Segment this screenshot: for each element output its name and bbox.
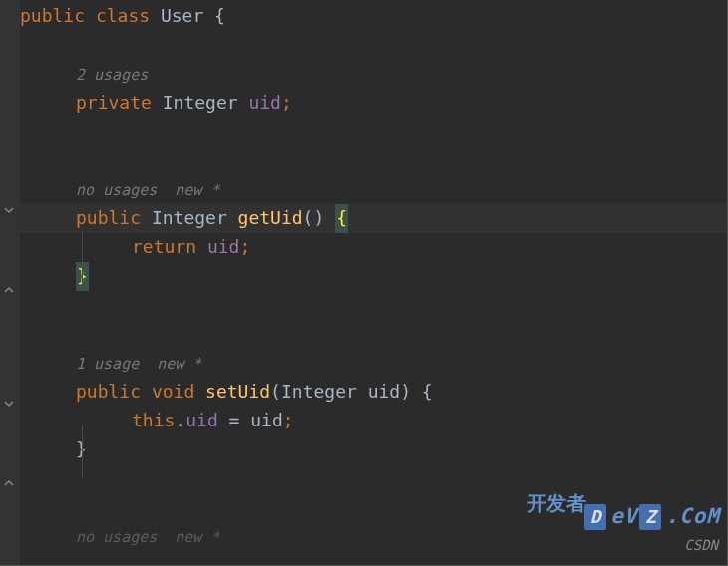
semicolon: ;	[283, 407, 294, 435]
blank-line	[20, 146, 728, 175]
open-brace: {	[422, 378, 433, 407]
keyword-public: public	[76, 204, 141, 233]
collapse-icon[interactable]	[2, 475, 16, 489]
new-indicator-label: new *	[175, 178, 219, 202]
collapse-icon[interactable]	[2, 398, 16, 412]
code-area[interactable]: public class User { 2 usages private Int…	[20, 0, 728, 566]
assignment-line[interactable]: this.uid = uid;	[20, 407, 728, 435]
keyword-public: public	[76, 378, 141, 407]
close-brace-line[interactable]: }	[20, 262, 728, 291]
keyword-class: class	[96, 2, 150, 31]
collapse-icon[interactable]	[2, 282, 16, 296]
rhs: uid	[250, 407, 283, 435]
semicolon: ;	[281, 89, 292, 118]
field-ref: uid	[185, 407, 218, 435]
keyword-this: this	[132, 407, 175, 435]
method-signature-line[interactable]: public Integer getUid() {	[20, 204, 728, 233]
blank-line	[20, 118, 728, 146]
return-statement-line[interactable]: return uid;	[20, 233, 728, 262]
usage-hint[interactable]: 1 usagenew *	[20, 349, 728, 378]
blank-line	[20, 31, 728, 60]
keyword-private: private	[76, 89, 152, 118]
gutter	[0, 0, 20, 566]
blank-line	[20, 320, 728, 349]
usage-hint[interactable]: no usagesnew *	[20, 522, 728, 551]
semicolon: ;	[239, 233, 250, 262]
new-indicator-label: new *	[175, 525, 219, 549]
blank-line	[20, 464, 728, 493]
field-declaration-line[interactable]: private Integer uid;	[20, 89, 728, 118]
usage-count-label: no usages	[76, 178, 157, 202]
paren-close: )	[400, 378, 411, 407]
dot: .	[175, 407, 185, 435]
method-name: setUid	[205, 378, 270, 407]
open-brace: {	[214, 2, 225, 31]
equals: =	[218, 407, 251, 435]
method-signature-line[interactable]: public void setUid(Integer uid) {	[20, 378, 728, 407]
new-indicator-label: new *	[157, 352, 201, 376]
class-declaration-line[interactable]: public class User {	[20, 2, 728, 31]
param-name: uid	[368, 378, 401, 407]
close-brace-line[interactable]: }	[20, 435, 728, 464]
matched-brace: {	[335, 204, 348, 233]
param-type: Integer	[281, 378, 357, 407]
class-name: User	[161, 2, 203, 31]
usage-count-label: no usages	[76, 525, 157, 549]
usage-count-label: 1 usage	[76, 352, 139, 376]
usage-hint[interactable]: 2 usages	[20, 60, 728, 89]
keyword-return: return	[132, 233, 196, 262]
field-name: uid	[248, 89, 281, 118]
usage-hint[interactable]: no usagesnew *	[20, 175, 728, 204]
paren-open: (	[270, 378, 281, 407]
code-editor[interactable]: public class User { 2 usages private Int…	[0, 0, 728, 566]
keyword-public: public	[20, 2, 85, 31]
field-type: Integer	[163, 89, 238, 118]
parentheses: ()	[303, 204, 325, 233]
usage-count-label: 2 usages	[76, 63, 148, 87]
blank-line	[20, 291, 728, 320]
collapse-icon[interactable]	[2, 204, 16, 218]
method-name: getUid	[238, 204, 303, 233]
return-type: Integer	[152, 204, 227, 233]
return-value: uid	[207, 233, 240, 262]
blank-line	[20, 493, 728, 522]
return-type-void: void	[152, 378, 194, 407]
